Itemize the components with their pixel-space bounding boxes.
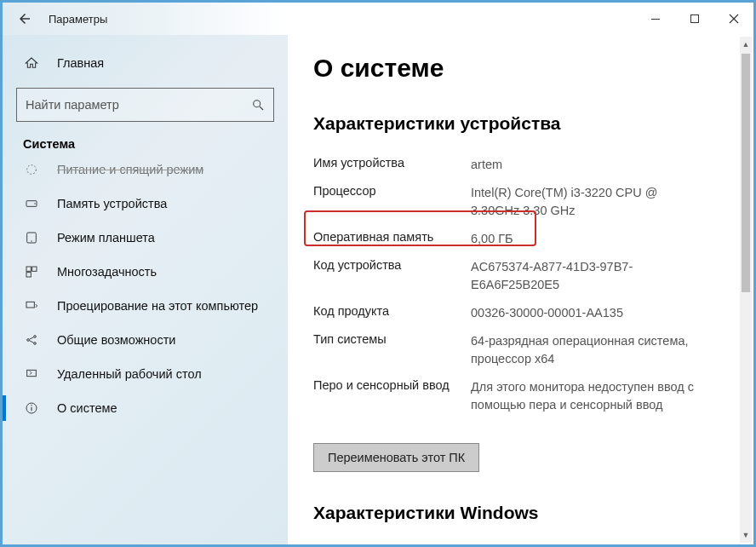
table-row: Код устройства AC675374-A877-41D3-97B7-E…	[313, 253, 728, 299]
svg-rect-0	[651, 19, 660, 20]
sidebar-item-label: Режим планшета	[57, 231, 155, 245]
close-icon	[729, 14, 739, 24]
search-placeholder: Найти параметр	[26, 98, 119, 112]
svg-line-16	[29, 337, 33, 340]
sidebar-item-label: Питание и спящий режим	[57, 163, 203, 176]
projecting-icon	[23, 299, 40, 313]
sidebar-item-label: Удаленный рабочий стол	[57, 367, 202, 381]
sidebar-item-shared[interactable]: Общие возможности	[3, 323, 288, 357]
back-button[interactable]	[11, 11, 38, 26]
minimize-icon	[650, 14, 661, 24]
sidebar-item-projecting[interactable]: Проецирование на этот компьютер	[3, 289, 288, 323]
svg-point-2	[254, 101, 261, 107]
storage-icon	[23, 197, 40, 210]
svg-point-4	[27, 165, 37, 175]
spec-value: AC675374-A877-41D3-97B7-E6A6F25B20E5	[471, 258, 709, 294]
home-label: Главная	[57, 56, 104, 70]
home-nav[interactable]: Главная	[3, 47, 288, 79]
active-indicator	[3, 395, 6, 421]
spec-value: Intel(R) Core(TM) i3-3220 CPU @ 3.30GHz …	[471, 184, 709, 220]
window-title: Параметры	[49, 13, 107, 26]
sidebar-item-tablet[interactable]: Режим планшета	[3, 221, 288, 255]
svg-point-21	[31, 405, 32, 406]
power-icon	[23, 163, 40, 176]
spec-label: Перо и сенсорный ввод	[313, 378, 471, 392]
spec-value: 00326-30000-00001-AA135	[471, 304, 623, 322]
sidebar-item-label: Многозадачность	[57, 265, 157, 279]
multitask-icon	[23, 265, 40, 279]
sidebar-item-label: Память устройства	[57, 197, 167, 210]
svg-line-17	[29, 341, 33, 343]
home-icon	[23, 56, 40, 70]
scroll-down-icon[interactable]: ▼	[740, 527, 752, 543]
sidebar-item-storage[interactable]: Память устройства	[3, 187, 288, 221]
svg-rect-12	[26, 302, 34, 308]
table-row: Процессор Intel(R) Core(TM) i3-3220 CPU …	[313, 179, 728, 225]
scroll-up-icon[interactable]: ▲	[740, 37, 752, 52]
rename-pc-button[interactable]: Переименовать этот ПК	[313, 443, 479, 472]
maximize-button[interactable]	[675, 3, 714, 35]
shared-icon	[23, 333, 40, 347]
svg-rect-11	[26, 273, 31, 277]
svg-point-14	[34, 336, 37, 338]
main-content: О системе Характеристики устройства Имя …	[288, 35, 753, 544]
search-input[interactable]: Найти параметр	[16, 88, 274, 122]
sidebar-item-label: Проецирование на этот компьютер	[57, 299, 258, 313]
maximize-icon	[690, 14, 700, 24]
titlebar: Параметры	[3, 3, 753, 35]
svg-point-6	[34, 203, 35, 204]
sidebar-item-multitask[interactable]: Многозадачность	[3, 255, 288, 289]
spec-label: Имя устройства	[313, 156, 471, 170]
settings-window: Параметры Главная Найти параметр	[0, 0, 756, 547]
svg-point-8	[31, 240, 32, 241]
table-row: Перо и сенсорный ввод Для этого монитора…	[313, 373, 728, 419]
svg-point-13	[27, 339, 30, 342]
spec-value: Для этого монитора недоступен ввод с пом…	[471, 378, 709, 414]
table-row: Оперативная память 6,00 ГБ	[313, 225, 728, 253]
svg-rect-10	[32, 267, 37, 271]
table-row: Тип системы 64-разрядная операционная си…	[313, 327, 728, 373]
tablet-icon	[23, 231, 40, 245]
search-icon	[251, 98, 265, 112]
spec-label: Тип системы	[313, 332, 471, 346]
device-specs-heading: Характеристики устройства	[313, 113, 728, 134]
sidebar-item-about[interactable]: О системе	[3, 391, 288, 425]
vertical-scrollbar[interactable]: ▲ ▼	[740, 37, 752, 543]
svg-rect-1	[691, 15, 699, 23]
spec-label: Код устройства	[313, 258, 471, 272]
table-row: Имя устройства artem	[313, 151, 728, 179]
spec-label: Оперативная память	[313, 230, 471, 244]
specs-table: Имя устройства artem Процессор Intel(R) …	[313, 151, 728, 419]
svg-point-15	[34, 343, 37, 345]
spec-label: Код продукта	[313, 304, 471, 318]
close-button[interactable]	[714, 3, 753, 35]
spec-value: artem	[471, 156, 502, 174]
spec-value: 6,00 ГБ	[471, 230, 513, 248]
minimize-button[interactable]	[636, 3, 675, 35]
sidebar-item-label: О системе	[57, 401, 117, 415]
remote-icon	[23, 367, 40, 381]
scrollbar-thumb[interactable]	[742, 54, 750, 292]
svg-rect-9	[26, 267, 31, 271]
sidebar-item-remote[interactable]: Удаленный рабочий стол	[3, 357, 288, 391]
page-title: О системе	[313, 54, 728, 83]
arrow-left-icon	[17, 11, 32, 26]
sidebar-item-power[interactable]: Питание и спящий режим	[3, 153, 288, 187]
windows-specs-heading: Характеристики Windows	[313, 503, 728, 523]
sidebar-section-title: Система	[23, 137, 288, 151]
table-row: Код продукта 00326-30000-00001-AA135	[313, 299, 728, 327]
spec-label: Процессор	[313, 184, 471, 198]
sidebar-item-label: Общие возможности	[57, 333, 175, 347]
spec-value: 64-разрядная операционная система, проце…	[471, 332, 709, 368]
sidebar: Главная Найти параметр Система Питание и…	[3, 35, 288, 544]
svg-line-3	[260, 107, 263, 110]
info-icon	[23, 401, 40, 415]
